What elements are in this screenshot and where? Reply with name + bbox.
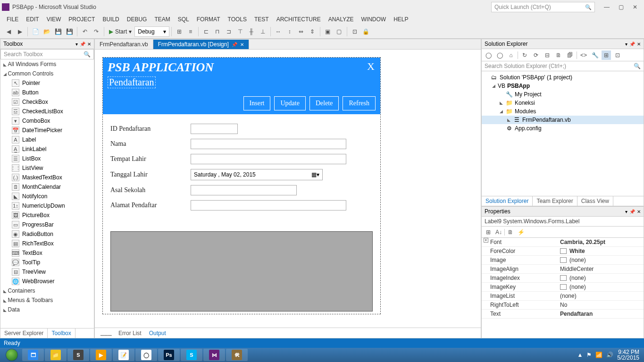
toolbox-item[interactable]: ▭ProgressBar bbox=[0, 220, 94, 229]
text-input[interactable] bbox=[191, 124, 238, 134]
menu-architecture[interactable]: ARCHITECTURE bbox=[273, 15, 325, 24]
toolbox-item[interactable]: 🖼PictureBox bbox=[0, 210, 94, 220]
prop-value[interactable]: (none) bbox=[557, 274, 644, 282]
tab-order-button[interactable]: ⊡ bbox=[350, 26, 360, 37]
dropdown-icon[interactable]: ▾ bbox=[625, 209, 627, 214]
form-designer[interactable]: PSB APPLICATION Pendaftaran X InsertUpda… bbox=[102, 57, 381, 314]
prop-value[interactable]: Cambria, 20.25pt bbox=[557, 238, 644, 246]
prop-value[interactable]: Pendaftaran bbox=[557, 310, 644, 318]
tree-node[interactable]: ◣☰FrmPendaftaran.vb bbox=[482, 116, 644, 124]
pin-icon[interactable]: 📌 bbox=[629, 209, 635, 214]
toolbox-item[interactable]: A̲LinkLabel bbox=[0, 144, 94, 154]
toolbox-item[interactable]: ◉RadioButton bbox=[0, 229, 94, 239]
expand-icon[interactable]: ◢ bbox=[500, 109, 505, 114]
fwd-button[interactable]: ◯ bbox=[495, 51, 504, 60]
solexp-search-input[interactable]: Search Solution Explorer (Ctrl+;) 🔍 bbox=[482, 61, 644, 71]
alpha-button[interactable]: A↓ bbox=[494, 227, 503, 237]
hspace-button[interactable]: ↔ bbox=[273, 26, 284, 37]
expand-icon[interactable]: ◢ bbox=[492, 84, 498, 88]
start-debug-button[interactable]: ▶Start▾ bbox=[106, 28, 134, 35]
menu-analyze[interactable]: ANALYZE bbox=[325, 15, 358, 24]
prop-row[interactable]: TextPendaftaran bbox=[482, 310, 644, 319]
preview-button[interactable]: ⊡ bbox=[613, 51, 622, 60]
toolbox-cat[interactable]: Containers bbox=[0, 286, 94, 295]
calendar-icon[interactable]: ▦▾ bbox=[311, 171, 319, 178]
lock-button[interactable]: 🔒 bbox=[361, 26, 371, 37]
align-button[interactable]: ≡ bbox=[185, 26, 196, 37]
toolbox-item[interactable]: ⊟TreeView bbox=[0, 267, 94, 277]
refresh-button[interactable]: Refresh bbox=[343, 96, 376, 110]
categorized-button[interactable]: ⊞ bbox=[484, 227, 493, 237]
toolbox-cat[interactable]: Common Controls bbox=[0, 69, 94, 78]
toolbox-item[interactable]: 1↕NumericUpDown bbox=[0, 201, 94, 210]
toolbox-item[interactable]: 🌐WebBrowser bbox=[0, 277, 94, 286]
prop-value[interactable]: No bbox=[557, 301, 644, 309]
new-project-button[interactable]: 📄 bbox=[30, 26, 41, 37]
toolbox-tab[interactable]: Toolbox bbox=[48, 328, 75, 338]
nav-back-button[interactable]: ◀ bbox=[3, 26, 14, 37]
pin-icon[interactable]: 📌 bbox=[232, 42, 237, 47]
expand-icon[interactable]: + bbox=[484, 238, 488, 243]
close-button[interactable]: ✕ bbox=[628, 4, 642, 10]
same-width-button[interactable]: ⇔ bbox=[296, 26, 306, 37]
flag-icon[interactable]: ⚑ bbox=[586, 352, 592, 358]
update-button[interactable]: Update bbox=[274, 96, 305, 110]
refresh-button[interactable]: ↻ bbox=[520, 51, 529, 60]
taskbar-app[interactable]: ◯ bbox=[135, 349, 157, 361]
pin-icon[interactable]: 📌 bbox=[629, 42, 635, 47]
menu-tools[interactable]: TOOLS bbox=[224, 15, 251, 24]
taskbar-app[interactable]: 🛠 bbox=[226, 349, 248, 361]
selected-object[interactable]: Label9 System.Windows.Forms.Label bbox=[482, 217, 644, 227]
toolbox-item[interactable]: ▤RichTextBox bbox=[0, 239, 94, 248]
menu-format[interactable]: FORMAT bbox=[193, 15, 224, 24]
tab-output[interactable]: Output bbox=[145, 329, 170, 337]
prop-value[interactable]: (none) bbox=[557, 256, 644, 264]
prop-row[interactable]: ImageIndex(none) bbox=[482, 274, 644, 283]
taskbar-app[interactable]: 🗔 bbox=[22, 349, 44, 361]
toolbox-item[interactable]: ▾ComboBox bbox=[0, 116, 94, 126]
toolbox-item[interactable]: ☑CheckBox bbox=[0, 97, 94, 107]
editor-tab[interactable]: FrmPendaftaran.vb [Design]📌✕ bbox=[153, 40, 249, 49]
date-picker[interactable]: Saturday , May 02, 2015▦▾ bbox=[191, 169, 323, 180]
toolbox-item[interactable]: ☰ListBox bbox=[0, 154, 94, 163]
toolbox-item[interactable]: 💬ToolTip bbox=[0, 258, 94, 267]
form-subtitle[interactable]: Pendaftaran bbox=[108, 76, 156, 88]
sync-button[interactable]: ⟳ bbox=[531, 51, 541, 60]
taskbar-app[interactable]: Ps bbox=[158, 349, 180, 361]
props-button[interactable]: 🗎 bbox=[506, 227, 515, 237]
toolbox-item[interactable]: 📅DateTimePicker bbox=[0, 126, 94, 135]
volume-icon[interactable]: 🔊 bbox=[606, 352, 613, 358]
system-tray[interactable]: ▲ ⚑ 📶 🔊 9:42 PM 5/2/2015 bbox=[574, 349, 642, 361]
maximize-button[interactable]: ▢ bbox=[614, 4, 628, 10]
text-input[interactable] bbox=[191, 200, 346, 210]
show-all-button[interactable]: 🗎 bbox=[554, 51, 563, 60]
wrench-button[interactable]: 🔧 bbox=[590, 51, 600, 60]
prop-row[interactable]: ImageList(none) bbox=[482, 292, 644, 301]
redo-button[interactable]: ↷ bbox=[91, 26, 101, 37]
taskbar-app[interactable]: S bbox=[181, 349, 202, 361]
dropdown-icon[interactable]: ▾ bbox=[625, 42, 627, 47]
events-button[interactable]: ⚡ bbox=[516, 227, 526, 237]
pin-icon[interactable]: 📌 bbox=[80, 42, 85, 47]
open-button[interactable]: 📂 bbox=[42, 26, 52, 37]
taskbar-app[interactable]: ▶ bbox=[90, 349, 112, 361]
close-icon[interactable]: ✕ bbox=[637, 42, 641, 47]
tree-node[interactable]: ⚙App.config bbox=[482, 124, 644, 133]
solexp-tab[interactable]: Team Explorer bbox=[533, 196, 577, 206]
toolbox-item[interactable]: ↖Pointer bbox=[0, 78, 94, 88]
toolbox-item[interactable]: ☲CheckedListBox bbox=[0, 107, 94, 116]
toolbox-item[interactable]: ◣NotifyIcon bbox=[0, 192, 94, 201]
taskbar-app[interactable]: ⋈ bbox=[203, 349, 225, 361]
menu-file[interactable]: FILE bbox=[3, 15, 22, 24]
text-input[interactable] bbox=[191, 139, 346, 149]
toolbox-item[interactable]: ALabel bbox=[0, 135, 94, 144]
close-icon[interactable]: ✕ bbox=[87, 42, 91, 47]
view-designer-button[interactable]: ⊞ bbox=[602, 51, 611, 60]
expand-icon[interactable]: ◣ bbox=[500, 101, 505, 105]
undo-button[interactable]: ↶ bbox=[80, 26, 90, 37]
menu-view[interactable]: VIEW bbox=[43, 15, 65, 24]
toolbox-item[interactable]: 🗓MonthCalendar bbox=[0, 182, 94, 192]
text-input[interactable] bbox=[191, 185, 297, 195]
prop-row[interactable]: ForeColorWhite bbox=[482, 247, 644, 256]
toolbox-item[interactable]: ⋮⋮ListView bbox=[0, 163, 94, 173]
